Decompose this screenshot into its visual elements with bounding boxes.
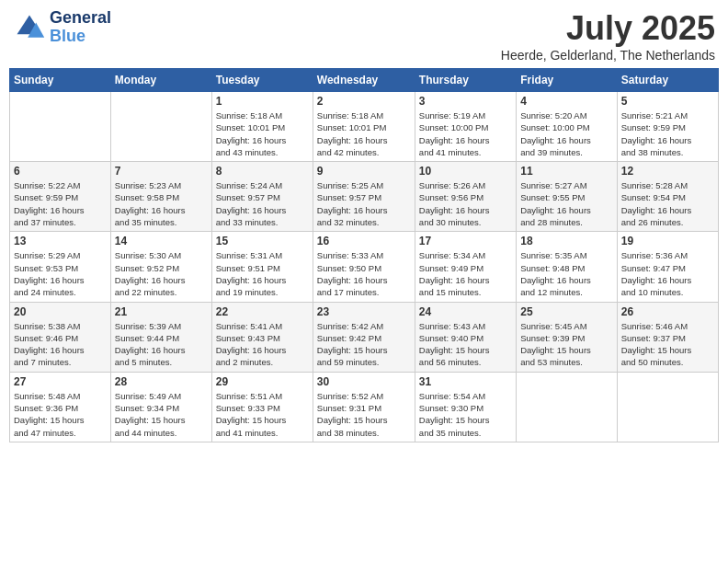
location: Heerde, Gelderland, The Netherlands — [501, 48, 715, 63]
cell-content: Sunrise: 5:52 AM Sunset: 9:31 PM Dayligh… — [317, 390, 411, 439]
cell-content: Sunrise: 5:42 AM Sunset: 9:42 PM Dayligh… — [317, 320, 411, 369]
calendar-cell: 15Sunrise: 5:31 AM Sunset: 9:51 PM Dayli… — [211, 232, 313, 302]
day-number: 4 — [520, 95, 612, 108]
day-number: 25 — [520, 305, 612, 318]
calendar-cell — [110, 92, 211, 162]
day-number: 8 — [216, 165, 309, 178]
calendar-cell — [10, 92, 111, 162]
calendar-cell: 22Sunrise: 5:41 AM Sunset: 9:43 PM Dayli… — [211, 302, 313, 372]
cell-content: Sunrise: 5:27 AM Sunset: 9:55 PM Dayligh… — [520, 179, 612, 228]
weekday-header-wednesday: Wednesday — [313, 69, 415, 92]
day-number: 14 — [115, 235, 208, 247]
day-number: 12 — [621, 165, 714, 178]
calendar-cell — [617, 372, 718, 442]
cell-content: Sunrise: 5:54 AM Sunset: 9:30 PM Dayligh… — [419, 390, 512, 439]
day-number: 24 — [419, 305, 512, 318]
calendar-cell: 16Sunrise: 5:33 AM Sunset: 9:50 PM Dayli… — [313, 232, 415, 302]
day-number: 17 — [419, 235, 512, 247]
day-number: 9 — [317, 165, 411, 178]
cell-content: Sunrise: 5:18 AM Sunset: 10:01 PM Daylig… — [216, 109, 309, 158]
cell-content: Sunrise: 5:31 AM Sunset: 9:51 PM Dayligh… — [216, 249, 309, 298]
calendar-cell: 3Sunrise: 5:19 AM Sunset: 10:00 PM Dayli… — [415, 92, 516, 162]
cell-content: Sunrise: 5:46 AM Sunset: 9:37 PM Dayligh… — [621, 320, 714, 369]
cell-content: Sunrise: 5:19 AM Sunset: 10:00 PM Daylig… — [419, 109, 512, 158]
calendar-table: SundayMondayTuesdayWednesdayThursdayFrid… — [9, 68, 719, 442]
calendar-cell: 31Sunrise: 5:54 AM Sunset: 9:30 PM Dayli… — [415, 372, 516, 442]
week-row-4: 20Sunrise: 5:38 AM Sunset: 9:46 PM Dayli… — [10, 302, 719, 372]
weekday-header-thursday: Thursday — [415, 69, 516, 92]
cell-content: Sunrise: 5:43 AM Sunset: 9:40 PM Dayligh… — [419, 320, 512, 369]
day-number: 2 — [317, 95, 411, 108]
page-header: General Blue July 2025 Heerde, Gelderlan… — [9, 9, 719, 63]
calendar-cell: 14Sunrise: 5:30 AM Sunset: 9:52 PM Dayli… — [110, 232, 211, 302]
calendar-cell: 2Sunrise: 5:18 AM Sunset: 10:01 PM Dayli… — [313, 92, 415, 162]
weekday-header-friday: Friday — [517, 69, 617, 92]
calendar-cell — [517, 372, 617, 442]
day-number: 26 — [621, 305, 714, 318]
calendar-cell: 20Sunrise: 5:38 AM Sunset: 9:46 PM Dayli… — [10, 302, 111, 372]
calendar-cell: 30Sunrise: 5:52 AM Sunset: 9:31 PM Dayli… — [313, 372, 415, 442]
day-number: 23 — [317, 305, 411, 318]
day-number: 13 — [14, 235, 107, 247]
calendar-cell: 29Sunrise: 5:51 AM Sunset: 9:33 PM Dayli… — [211, 372, 313, 442]
day-number: 21 — [115, 305, 208, 318]
day-number: 19 — [621, 235, 714, 247]
cell-content: Sunrise: 5:41 AM Sunset: 9:43 PM Dayligh… — [216, 320, 309, 369]
day-number: 6 — [14, 165, 107, 178]
cell-content: Sunrise: 5:30 AM Sunset: 9:52 PM Dayligh… — [115, 249, 208, 298]
day-number: 5 — [621, 95, 714, 108]
calendar-cell: 26Sunrise: 5:46 AM Sunset: 9:37 PM Dayli… — [617, 302, 718, 372]
calendar-cell: 28Sunrise: 5:49 AM Sunset: 9:34 PM Dayli… — [110, 372, 211, 442]
cell-content: Sunrise: 5:51 AM Sunset: 9:33 PM Dayligh… — [216, 390, 309, 439]
calendar-cell: 23Sunrise: 5:42 AM Sunset: 9:42 PM Dayli… — [313, 302, 415, 372]
cell-content: Sunrise: 5:39 AM Sunset: 9:44 PM Dayligh… — [115, 320, 208, 369]
day-number: 7 — [115, 165, 208, 178]
day-number: 11 — [520, 165, 612, 178]
calendar-cell: 21Sunrise: 5:39 AM Sunset: 9:44 PM Dayli… — [110, 302, 211, 372]
cell-content: Sunrise: 5:45 AM Sunset: 9:39 PM Dayligh… — [520, 320, 612, 369]
calendar-cell: 18Sunrise: 5:35 AM Sunset: 9:48 PM Dayli… — [517, 232, 617, 302]
logo: General Blue — [13, 9, 111, 46]
cell-content: Sunrise: 5:21 AM Sunset: 9:59 PM Dayligh… — [621, 109, 714, 158]
cell-content: Sunrise: 5:49 AM Sunset: 9:34 PM Dayligh… — [115, 390, 208, 439]
day-number: 1 — [216, 95, 309, 108]
calendar-cell: 19Sunrise: 5:36 AM Sunset: 9:47 PM Dayli… — [617, 232, 718, 302]
week-row-2: 6Sunrise: 5:22 AM Sunset: 9:59 PM Daylig… — [10, 162, 719, 232]
title-block: July 2025 Heerde, Gelderland, The Nether… — [501, 9, 715, 63]
calendar-cell: 5Sunrise: 5:21 AM Sunset: 9:59 PM Daylig… — [617, 92, 718, 162]
logo-text: General Blue — [50, 9, 111, 46]
day-number: 18 — [520, 235, 612, 247]
day-number: 15 — [216, 235, 309, 247]
cell-content: Sunrise: 5:35 AM Sunset: 9:48 PM Dayligh… — [520, 249, 612, 298]
cell-content: Sunrise: 5:18 AM Sunset: 10:01 PM Daylig… — [317, 109, 411, 158]
cell-content: Sunrise: 5:22 AM Sunset: 9:59 PM Dayligh… — [14, 179, 107, 228]
weekday-header-tuesday: Tuesday — [211, 69, 313, 92]
week-row-3: 13Sunrise: 5:29 AM Sunset: 9:53 PM Dayli… — [10, 232, 719, 302]
cell-content: Sunrise: 5:36 AM Sunset: 9:47 PM Dayligh… — [621, 249, 714, 298]
cell-content: Sunrise: 5:38 AM Sunset: 9:46 PM Dayligh… — [14, 320, 107, 369]
day-number: 16 — [317, 235, 411, 247]
cell-content: Sunrise: 5:23 AM Sunset: 9:58 PM Dayligh… — [115, 179, 208, 228]
weekday-header-sunday: Sunday — [10, 69, 111, 92]
calendar-cell: 17Sunrise: 5:34 AM Sunset: 9:49 PM Dayli… — [415, 232, 516, 302]
cell-content: Sunrise: 5:48 AM Sunset: 9:36 PM Dayligh… — [14, 390, 107, 439]
weekday-header-saturday: Saturday — [617, 69, 718, 92]
calendar-cell: 4Sunrise: 5:20 AM Sunset: 10:00 PM Dayli… — [517, 92, 617, 162]
day-number: 31 — [419, 375, 512, 388]
calendar-cell: 1Sunrise: 5:18 AM Sunset: 10:01 PM Dayli… — [211, 92, 313, 162]
calendar-cell: 24Sunrise: 5:43 AM Sunset: 9:40 PM Dayli… — [415, 302, 516, 372]
cell-content: Sunrise: 5:34 AM Sunset: 9:49 PM Dayligh… — [419, 249, 512, 298]
cell-content: Sunrise: 5:33 AM Sunset: 9:50 PM Dayligh… — [317, 249, 411, 298]
calendar-cell: 13Sunrise: 5:29 AM Sunset: 9:53 PM Dayli… — [10, 232, 111, 302]
weekday-header-monday: Monday — [110, 69, 211, 92]
day-number: 30 — [317, 375, 411, 388]
week-row-1: 1Sunrise: 5:18 AM Sunset: 10:01 PM Dayli… — [10, 92, 719, 162]
cell-content: Sunrise: 5:20 AM Sunset: 10:00 PM Daylig… — [520, 109, 612, 158]
day-number: 22 — [216, 305, 309, 318]
cell-content: Sunrise: 5:25 AM Sunset: 9:57 PM Dayligh… — [317, 179, 411, 228]
calendar-cell: 12Sunrise: 5:28 AM Sunset: 9:54 PM Dayli… — [617, 162, 718, 232]
month-title: July 2025 — [501, 9, 715, 48]
cell-content: Sunrise: 5:28 AM Sunset: 9:54 PM Dayligh… — [621, 179, 714, 228]
cell-content: Sunrise: 5:29 AM Sunset: 9:53 PM Dayligh… — [14, 249, 107, 298]
calendar-cell: 25Sunrise: 5:45 AM Sunset: 9:39 PM Dayli… — [517, 302, 617, 372]
